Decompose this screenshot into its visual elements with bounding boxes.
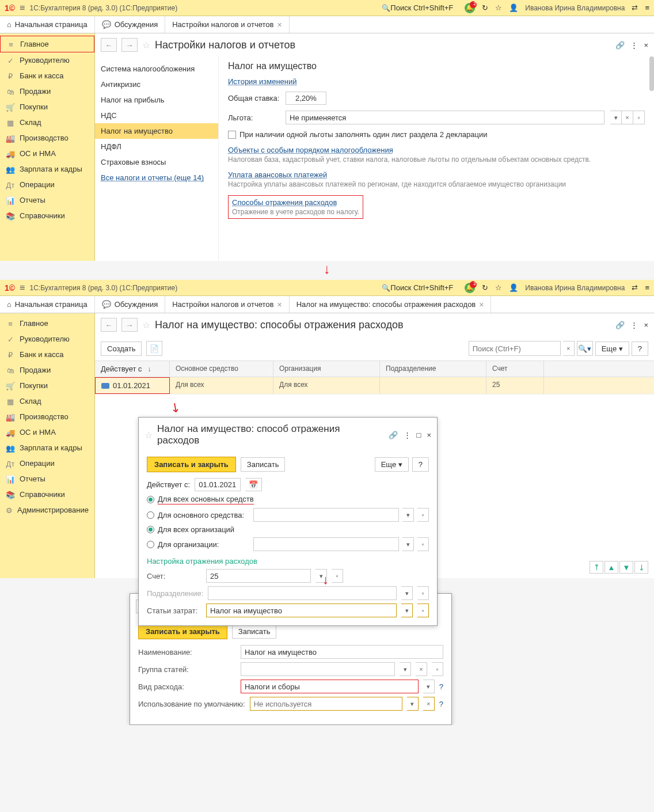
clear-icon[interactable]: ×	[416, 662, 427, 676]
benefit-select[interactable]: Не применяется	[286, 111, 604, 124]
tab-tax-settings[interactable]: Настройки налогов и отчетов×	[165, 296, 289, 313]
more-button[interactable]: Еще ▾	[595, 342, 629, 356]
close-icon[interactable]: ×	[427, 431, 431, 439]
sidebar-item-9[interactable]: ДтОперации	[0, 177, 94, 192]
sidebar-item-2[interactable]: ₽Банк и касса	[0, 68, 94, 84]
nav-profit-tax[interactable]: Налог на прибыль	[95, 92, 218, 108]
save-close-button[interactable]: Записать и закрыть	[138, 624, 227, 639]
sidebar-item-5[interactable]: ▦Склад	[0, 115, 94, 130]
cost-select[interactable]	[206, 604, 397, 617]
last-page-icon[interactable]: ⤓	[634, 561, 648, 574]
nav-vat[interactable]: НДС	[95, 108, 218, 123]
sidebar-item-11[interactable]: 📚Справочники	[0, 208, 94, 223]
sidebar-item-4[interactable]: 🛒Покупки	[0, 99, 94, 115]
history-icon[interactable]: ↻	[482, 3, 488, 12]
clear-search-icon[interactable]: ×	[563, 341, 575, 356]
filter-icon[interactable]: ≡	[645, 3, 649, 12]
open-icon[interactable]: ▫	[633, 111, 645, 124]
more-icon[interactable]: ⋮	[630, 321, 638, 329]
bell-icon[interactable]: 🔔2	[465, 3, 475, 13]
sidebar-item-0[interactable]: ≡Главное	[0, 36, 94, 52]
sidebar-item-9[interactable]: ДтОперации	[0, 456, 94, 471]
burger-icon[interactable]: ≡	[20, 283, 25, 293]
open-icon[interactable]: ▫	[417, 508, 429, 522]
next-page-icon[interactable]: ▼	[619, 561, 633, 574]
favorite-icon[interactable]: ☆	[142, 40, 150, 51]
org-select[interactable]	[253, 537, 399, 551]
name-input[interactable]	[241, 645, 443, 659]
switch-icon[interactable]: ⇄	[632, 3, 638, 12]
global-search[interactable]: 🔍 Поиск Ctrl+Shift+F	[382, 3, 453, 12]
link-icon[interactable]: 🔗	[389, 431, 398, 439]
sidebar-item-11[interactable]: 📚Справочники	[0, 487, 94, 502]
close-icon[interactable]: ×	[277, 300, 282, 309]
favorite-icon[interactable]: ☆	[145, 430, 153, 441]
first-page-icon[interactable]: ⤒	[590, 561, 603, 574]
close-icon[interactable]: ×	[277, 20, 282, 29]
col-account[interactable]: Счет	[486, 361, 544, 377]
dropdown-icon[interactable]: ▾	[402, 537, 414, 551]
scrollbar[interactable]	[649, 56, 654, 91]
save-close-button[interactable]: Записать и закрыть	[147, 457, 236, 472]
favorite-icon[interactable]: ☆	[142, 320, 150, 331]
tab-home[interactable]: ⌂Начальная страница	[0, 16, 95, 33]
dropdown-icon[interactable]: ▾	[610, 111, 622, 124]
col-org[interactable]: Организация	[273, 361, 380, 377]
tab-expense-methods[interactable]: Налог на имущество: способы отражения ра…	[290, 296, 492, 313]
tab-tax-settings[interactable]: Настройки налогов и отчетов×	[165, 16, 289, 33]
more-button[interactable]: Еще ▾	[375, 457, 409, 472]
sidebar-item-5[interactable]: ▦Склад	[0, 393, 94, 409]
save-button[interactable]: Записать	[241, 457, 286, 472]
sidebar-item-10[interactable]: 📊Отчеты	[0, 471, 94, 487]
grid-search-input[interactable]	[469, 341, 561, 356]
rate-input[interactable]: 2,20%	[286, 92, 326, 105]
dropdown-icon[interactable]: ▾	[400, 662, 411, 676]
maximize-icon[interactable]: □	[417, 431, 421, 439]
history-link[interactable]: История изменений	[228, 77, 297, 86]
sidebar-item-7[interactable]: 🚚ОС и НМА	[0, 424, 94, 440]
save-button[interactable]: Записать	[232, 624, 277, 639]
user-icon[interactable]: 👤	[509, 283, 518, 292]
dropdown-icon[interactable]: ▾	[402, 508, 414, 522]
dropdown-icon[interactable]: ▾	[401, 604, 413, 617]
sidebar-item-10[interactable]: 📊Отчеты	[0, 192, 94, 208]
radio-single-org[interactable]	[147, 541, 154, 548]
copy-button[interactable]: 📄	[146, 341, 162, 356]
dropdown-icon[interactable]: ▾	[407, 697, 419, 711]
switch-icon[interactable]: ⇄	[632, 283, 638, 292]
close-icon[interactable]: ×	[644, 321, 648, 329]
back-button[interactable]: ←	[101, 318, 117, 332]
open-icon[interactable]: ▫	[417, 537, 429, 551]
close-icon[interactable]: ×	[644, 41, 648, 50]
more-icon[interactable]: ⋮	[630, 41, 638, 50]
dropdown-icon[interactable]: ▾	[423, 680, 435, 693]
open-icon[interactable]: ▫	[417, 604, 429, 617]
sidebar-item-2[interactable]: ₽Банк и касса	[0, 347, 94, 362]
col-asset[interactable]: Основное средство	[170, 361, 273, 377]
sidebar-item-6[interactable]: 🏭Производство	[0, 130, 94, 146]
nav-ndfl[interactable]: НДФЛ	[95, 139, 218, 154]
nav-anticrisis[interactable]: Антикризис	[95, 77, 218, 92]
burger-icon[interactable]: ≡	[20, 3, 25, 13]
back-button[interactable]: ←	[101, 38, 117, 52]
clear-icon[interactable]: ×	[622, 111, 633, 124]
help-button[interactable]: ?	[632, 342, 648, 356]
close-icon[interactable]: ×	[479, 300, 484, 309]
expense-methods-link[interactable]: Способы отражения расходов	[232, 198, 337, 207]
bell-icon[interactable]: 🔔2	[465, 283, 475, 293]
sidebar-item-3[interactable]: 🛍Продажи	[0, 362, 94, 378]
forward-button[interactable]: →	[121, 38, 138, 52]
link-icon[interactable]: 🔗	[615, 41, 625, 50]
table-row[interactable]: 01.01.2021 Для всех Для всех 25	[95, 377, 654, 394]
default-select[interactable]	[250, 697, 402, 711]
global-search[interactable]: 🔍 Поиск Ctrl+Shift+F	[382, 283, 453, 292]
nav-tax-system[interactable]: Система налогообложения	[95, 61, 218, 77]
single-benefit-checkbox[interactable]	[228, 131, 236, 139]
search-button[interactable]: 🔍▾	[577, 341, 593, 356]
help-button[interactable]: ?	[412, 457, 429, 472]
sidebar-item-admin[interactable]: ⚙Администрирование	[0, 502, 94, 518]
sidebar-item-1[interactable]: ✓Руководителю	[0, 331, 94, 347]
star-icon[interactable]: ☆	[495, 3, 502, 12]
history-icon[interactable]: ↻	[482, 283, 488, 292]
sidebar-item-4[interactable]: 🛒Покупки	[0, 378, 94, 393]
